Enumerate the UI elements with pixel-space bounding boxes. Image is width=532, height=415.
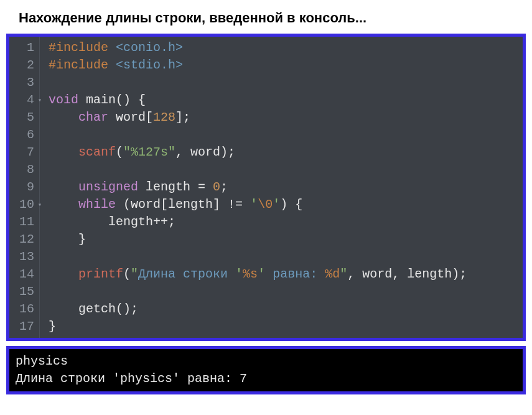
line-number: 17 [13,318,34,335]
code-editor: 1 2 3 4 5 6 7 8 9 10 11 12 13 14 15 16 1… [6,34,526,341]
line-number: 3 [13,74,34,91]
code-line: printf("Длина строки '%s' равна: %d", wo… [49,267,467,281]
line-number: 14 [13,266,34,283]
line-number: 11 [13,213,34,231]
line-number: 12 [13,231,34,248]
code-line: scanf("%127s", word); [49,145,235,159]
line-number: 10 [13,196,34,213]
code-line: unsigned length = 0; [49,180,228,194]
code-line: void main() { [49,93,146,107]
line-number: 6 [13,126,34,144]
page-title: Нахождение длины строки, введенной в кон… [6,6,526,34]
line-number: 13 [13,248,34,266]
code-line: char word[128]; [49,110,190,124]
code-line: #include <stdio.h> [49,58,183,72]
code-line: #include <conio.h> [49,40,183,55]
line-gutter: 1 2 3 4 5 6 7 8 9 10 11 12 13 14 15 16 1… [9,37,40,338]
code-line: getch(); [49,302,138,316]
line-number: 15 [13,283,34,301]
line-number: 8 [13,161,34,179]
line-number: 1 [13,39,34,57]
code-line: } [49,319,56,333]
console-line: physics [16,354,68,368]
console-line: Длина строки 'physics' равна: 7 [16,371,247,386]
code-content: #include <conio.h> #include <stdio.h> vo… [40,37,523,338]
code-line: } [49,232,86,246]
line-number: 7 [13,144,34,161]
line-number: 4 [13,91,34,109]
line-number: 16 [13,301,34,318]
line-number: 9 [13,179,34,196]
line-number: 2 [13,57,34,74]
line-number: 5 [13,109,34,126]
code-line: while (word[length] != '\0') { [49,197,302,212]
console-output: physics Длина строки 'physics' равна: 7 [6,346,526,394]
code-line: length++; [49,215,175,229]
